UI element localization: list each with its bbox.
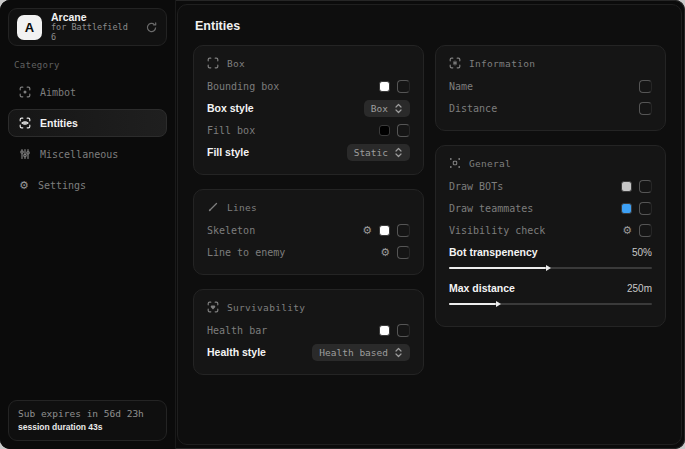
sidebar-item-settings[interactable]: ⚙ Settings (8, 171, 167, 199)
setting-row: Health style Health based (207, 341, 410, 363)
info-scan-icon (449, 57, 461, 69)
color-swatch[interactable] (621, 203, 632, 214)
sidebar-item-miscellaneous[interactable]: Miscellaneous (8, 140, 167, 168)
setting-label: Bot transpenency (449, 246, 538, 258)
checkbox[interactable] (639, 224, 652, 237)
sidebar-item-entities[interactable]: Entities (8, 109, 167, 137)
gear-icon: ⚙ (19, 180, 29, 191)
setting-label: Health style (207, 346, 266, 358)
sidebar-item-aimbot[interactable]: Aimbot (8, 78, 167, 106)
setting-row: Skeleton ⚙ (207, 219, 410, 241)
sidebar-item-label: Entities (40, 117, 78, 129)
setting-label: Box style (207, 102, 254, 114)
bot-transparency-slider[interactable] (449, 264, 652, 272)
box-card-header: Box (207, 57, 410, 69)
card-title: Box (227, 58, 245, 69)
sidebar-item-label: Miscellaneous (40, 149, 118, 160)
sidebar-nav: Aimbot Entities (8, 78, 167, 199)
crosshair-scan-icon (19, 86, 31, 98)
card-columns: Box Bounding box Box style Box (193, 45, 666, 375)
slider-fill (449, 267, 546, 269)
slider-fill (449, 303, 496, 305)
sidebar-item-label: Aimbot (40, 87, 76, 98)
scan-eye-icon (19, 117, 31, 129)
lines-card-header: Lines (207, 201, 410, 213)
setting-row: Draw BOTs (449, 175, 652, 197)
setting-row: Fill style Static (207, 141, 410, 163)
setting-label: Distance (449, 103, 497, 114)
max-distance-slider[interactable] (449, 300, 652, 308)
checkbox[interactable] (397, 324, 410, 337)
app-subtitle: for Battlefield 6 (51, 23, 136, 43)
setting-label: Health bar (207, 325, 267, 336)
settings-gear-icon[interactable]: ⚙ (362, 225, 372, 236)
setting-row: Visibility check ⚙ (449, 219, 652, 241)
setting-label: Max distance (449, 282, 515, 294)
setting-label: Bounding box (207, 81, 279, 92)
heart-scan-icon (207, 301, 219, 313)
main-panel: Entities Box Bounding box (177, 4, 682, 445)
subscription-box: Sub expires in 56d 23h session duration … (8, 400, 167, 441)
dropdown-value: Health based (319, 347, 388, 358)
chevron-updown-icon (394, 347, 403, 358)
dropdown-value: Box (371, 103, 388, 114)
max-distance-setting: Max distance 250m (449, 279, 652, 308)
sidebar-spacer (8, 199, 167, 400)
brand-text: Arcane for Battlefield 6 (51, 11, 136, 43)
checkbox[interactable] (397, 246, 410, 259)
box-scan-icon (207, 57, 219, 69)
color-swatch[interactable] (379, 81, 390, 92)
chevron-updown-icon (394, 147, 403, 158)
survivability-card: Survivability Health bar Health style He… (193, 289, 424, 375)
app-logo: A (17, 15, 42, 40)
color-swatch[interactable] (621, 181, 632, 192)
sidebar: A Arcane for Battlefield 6 Category (0, 0, 176, 449)
right-column: Information Name Distance (435, 45, 666, 327)
setting-label: Fill style (207, 146, 249, 158)
health-style-dropdown[interactable]: Health based (312, 344, 410, 361)
app-window: A Arcane for Battlefield 6 Category (0, 0, 685, 449)
brand-card: A Arcane for Battlefield 6 (8, 8, 167, 46)
information-card: Information Name Distance (435, 45, 666, 131)
category-label: Category (14, 60, 167, 70)
setting-label: Draw BOTs (449, 181, 503, 192)
checkbox[interactable] (397, 80, 410, 93)
checkbox[interactable] (397, 224, 410, 237)
checkbox[interactable] (397, 124, 410, 137)
settings-gear-icon[interactable]: ⚙ (380, 247, 390, 258)
setting-row: Distance (449, 97, 652, 119)
setting-label: Name (449, 81, 473, 92)
left-column: Box Bounding box Box style Box (193, 45, 424, 375)
chevron-updown-icon (394, 103, 403, 114)
information-card-header: Information (449, 57, 652, 69)
card-title: Information (469, 58, 535, 69)
setting-label: Skeleton (207, 225, 255, 236)
setting-row: Health bar (207, 319, 410, 341)
settings-gear-icon[interactable]: ⚙ (622, 225, 632, 236)
setting-label: Line to enemy (207, 247, 285, 258)
checkbox[interactable] (639, 180, 652, 193)
setting-label: Draw teammates (449, 203, 533, 214)
general-card: General Draw BOTs Draw teammates (435, 145, 666, 327)
setting-row: Line to enemy ⚙ (207, 241, 410, 263)
setting-row: Fill box (207, 119, 410, 141)
color-swatch[interactable] (379, 225, 390, 236)
checkbox[interactable] (639, 202, 652, 215)
checkbox[interactable] (639, 102, 652, 115)
box-style-dropdown[interactable]: Box (364, 100, 410, 117)
setting-row: Draw teammates (449, 197, 652, 219)
dropdown-value: Static (354, 147, 388, 158)
box-card: Box Bounding box Box style Box (193, 45, 424, 175)
general-card-header: General (449, 157, 652, 169)
refresh-icon[interactable] (145, 21, 158, 34)
color-swatch[interactable] (379, 325, 390, 336)
sidebar-item-label: Settings (38, 180, 86, 191)
session-duration-text: session duration 43s (18, 421, 157, 434)
survivability-card-header: Survivability (207, 301, 410, 313)
checkbox[interactable] (639, 80, 652, 93)
grid-icon (449, 157, 461, 169)
color-swatch[interactable] (379, 125, 390, 136)
sub-expiry-text: Sub expires in 56d 23h (18, 407, 157, 421)
card-title: General (469, 158, 511, 169)
fill-style-dropdown[interactable]: Static (347, 144, 410, 161)
